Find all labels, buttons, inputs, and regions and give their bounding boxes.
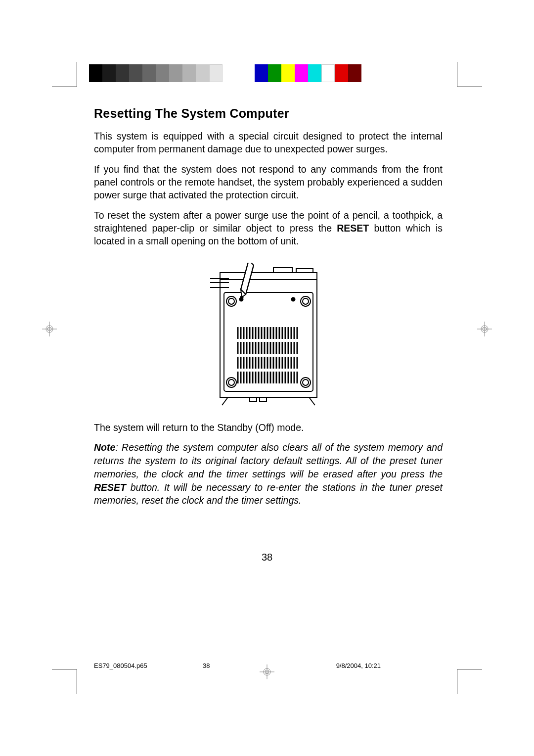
svg-rect-21 — [296, 269, 313, 273]
paragraph: This system is equipped with a special c… — [94, 130, 443, 156]
svg-rect-20 — [273, 268, 292, 273]
svg-point-33 — [291, 297, 295, 301]
registration-mark-icon — [42, 322, 57, 336]
page-number: 38 — [262, 552, 272, 563]
crop-mark — [52, 669, 77, 669]
paragraph: If you find that the system does not res… — [94, 163, 443, 202]
crop-mark — [457, 87, 482, 87]
footer-metadata: ES79_080504.p65 38 9/8/2004, 10:21 — [94, 662, 440, 669]
svg-line-125 — [222, 397, 228, 405]
footer-date: 9/8/2004, 10:21 — [336, 662, 381, 669]
paragraph: The system will return to the Standby (O… — [94, 421, 443, 434]
footer-page: 38 — [203, 662, 210, 669]
crop-mark — [457, 62, 457, 87]
footer-filename: ES79_080504.p65 — [94, 662, 147, 669]
bold-text: RESET — [337, 223, 369, 234]
text: : Resetting the system computer also cle… — [94, 442, 443, 479]
color-calibration-bar — [255, 64, 361, 82]
svg-rect-16 — [220, 273, 317, 280]
svg-point-31 — [303, 379, 309, 385]
registration-mark-icon — [477, 322, 492, 336]
svg-point-25 — [228, 298, 234, 304]
svg-point-122 — [240, 296, 243, 298]
note-label: Note — [94, 442, 115, 453]
svg-rect-124 — [260, 397, 267, 401]
note-paragraph: Note: Resetting the system computer also… — [94, 441, 443, 508]
section-heading: Resetting The System Computer — [94, 106, 443, 121]
crop-mark — [457, 669, 457, 694]
paragraph: To reset the system after a power surge … — [94, 209, 443, 248]
svg-line-126 — [309, 397, 315, 405]
text: button. It will be necessary to re-enter… — [94, 482, 443, 506]
crop-mark — [52, 87, 77, 87]
device-bottom-diagram — [204, 263, 333, 406]
svg-rect-123 — [250, 397, 257, 401]
svg-point-27 — [303, 298, 309, 304]
bold-text: RESET — [94, 482, 126, 493]
page-content: Resetting The System Computer This syste… — [94, 106, 443, 507]
crop-mark — [457, 669, 482, 669]
svg-point-29 — [228, 379, 234, 385]
crop-mark — [77, 669, 77, 694]
crop-mark — [77, 62, 77, 87]
grayscale-calibration-bar — [89, 64, 222, 82]
